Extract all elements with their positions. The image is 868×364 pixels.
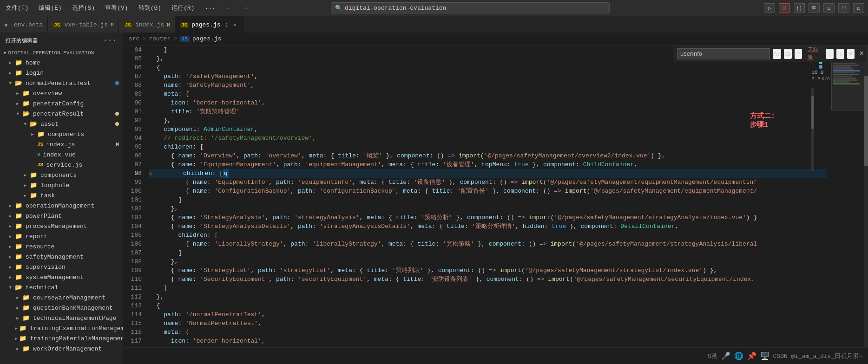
sidebar-item-technical[interactable]: ▶ 📂 technical (0, 282, 123, 292)
tab-vxe-table[interactable]: JS vxe-table.js M (48, 16, 118, 32)
ln-95: 95 (127, 143, 142, 151)
code-line-112: }, (149, 292, 827, 301)
sidebar-item-safetyManagement[interactable]: ▶ 📁 safetyManagement (0, 252, 123, 262)
arrow-systemManagement: ▶ (7, 275, 13, 280)
sidebar-item-components-sub[interactable]: ▶ 📁 components (0, 129, 123, 139)
tab-index-js[interactable]: JS index.js M (119, 16, 175, 32)
tab-pages-label: pages.js (191, 21, 220, 28)
code-line-116: meta: { (149, 328, 827, 337)
menu-select[interactable]: 选择(S) (70, 3, 97, 13)
folder-icon-asset: 📂 (30, 120, 37, 128)
sidebar-item-index-js[interactable]: ▶ JS index.js M (0, 139, 123, 150)
code-editor[interactable]: 84 85 86 87 88 89 90 91 92 93 94 95 96 9… (123, 46, 868, 347)
arrow-components-sub: ▶ (30, 132, 35, 137)
sidebar-item-workOrderManagement[interactable]: ▶ 📁 workOrderManagement (0, 344, 123, 354)
sidebar-item-systemManagement[interactable]: ▶ 📁 systemManagement (0, 272, 123, 282)
pin-icon[interactable]: 📌 (747, 351, 756, 361)
sidebar-options-button[interactable]: ··· (103, 36, 117, 45)
folder-icon-components-main: 📁 (30, 171, 37, 179)
sidebar-item-components-main[interactable]: ▶ 📁 components (0, 170, 123, 180)
code-line-89: meta: { (149, 90, 827, 98)
sidebar-item-operationManagement[interactable]: ▶ 📁 operationManagement (0, 201, 123, 211)
sidebar-item-processManagement[interactable]: ▶ 📁 processManagement (0, 221, 123, 231)
mic-icon[interactable]: 🎤 (721, 351, 730, 361)
maximize-button[interactable]: ◻ (853, 3, 864, 13)
menu-view[interactable]: 查看(V) (103, 3, 130, 13)
sidebar-item-penetratConfig[interactable]: ▶ 📁 penetratConfig (0, 98, 123, 109)
sidebar-item-trainingMaterialsManagement[interactable]: ▶ 📁 trainingMaterialsManagement (0, 333, 123, 344)
find-input[interactable] (677, 48, 770, 59)
sidebar-item-powerPlant[interactable]: ▶ 📁 powerPlant (0, 211, 123, 221)
minimap-viewport (831, 55, 868, 110)
sidebar-item-normalPenetratTest[interactable]: ▶ 📂 normalPenetratTest (0, 78, 123, 88)
sidebar-item-asset[interactable]: ▶ 📂 asset (0, 119, 123, 129)
sidebar-item-coursewareManagement[interactable]: ▶ 📁 coursewareManagement (0, 292, 123, 303)
toggle-button[interactable]: ⧉ (809, 3, 820, 13)
code-content[interactable]: ] }, { path: '/safetyManagement', name: (145, 46, 831, 347)
nav-forward-button[interactable]: → (240, 4, 251, 12)
ln-107: 107 (127, 248, 142, 257)
split-button[interactable]: ⟨⟩ (794, 3, 805, 13)
minimap-scrollbar-thumb[interactable] (864, 76, 868, 166)
folder-icon-powerPlant: 📁 (15, 212, 22, 220)
match-case-button[interactable]: Aa (773, 49, 781, 59)
breadcrumb-filename[interactable]: pages.js (192, 35, 221, 42)
restore-button[interactable]: □ (838, 3, 849, 13)
open-editors-label: 打开的编辑器 (6, 37, 38, 44)
regex-button[interactable]: .* (795, 49, 802, 59)
translate-icon[interactable]: 🌐 (734, 351, 743, 361)
main-area: 打开的编辑器 ··· ▶ DIGITAL-OPERATION-EVALUATIO… (0, 32, 868, 364)
menu-edit[interactable]: 编辑(E) (37, 3, 63, 13)
tab-pages-js[interactable]: JS pages.js 1 ✕ (175, 16, 243, 32)
sidebar-item-technicalManagementPage[interactable]: ▶ 📁 technicalManagementPage (0, 313, 123, 323)
sidebar-item-report[interactable]: ▶ 📁 report (0, 231, 123, 241)
breadcrumb-router[interactable]: router (149, 35, 171, 42)
folder-icon-technical: 📂 (15, 284, 22, 291)
breadcrumb-src[interactable]: src (129, 35, 139, 42)
menu-more[interactable]: ... (203, 3, 217, 13)
folder-icon-home: 📁 (15, 59, 22, 66)
ln-101: 101 (127, 195, 142, 204)
menu-run[interactable]: 运行(R) (170, 3, 196, 13)
history-button[interactable]: ⏱ (779, 3, 790, 13)
sidebar-item-penetratResult[interactable]: ▶ 📂 penetratResult (0, 109, 123, 119)
sidebar-item-login[interactable]: ▶ 📁 login (0, 68, 123, 78)
sidebar-item-overview[interactable]: ▶ 📁 overview (0, 88, 123, 98)
find-close-button[interactable]: × (859, 50, 864, 58)
code-line-101: ] (149, 195, 827, 204)
find-prev-button[interactable]: ↑ (826, 49, 834, 59)
collapse-arrow[interactable]: ▶ (2, 52, 7, 54)
code-line-99: { name: 'EquipmentInfo', path: 'equipmen… (149, 178, 827, 187)
sidebar-item-index-vue[interactable]: ▶ V index.vue (0, 150, 123, 160)
label-task: task (40, 192, 55, 199)
tab-env-beta[interactable]: ⚙ .env.beta (0, 16, 48, 32)
folder-icon-overview: 📁 (22, 90, 30, 97)
label-workOrderManagement: workOrderManagement (33, 345, 102, 352)
label-report: report (26, 233, 47, 240)
find-options-button[interactable]: ≡ (847, 49, 855, 59)
menu-file[interactable]: 文件(F) (4, 3, 30, 13)
address-bar[interactable]: 🔍 digital-operation-evaluation (331, 2, 610, 13)
sidebar-item-trainingExaminationManagement[interactable]: ▶ 📁 trainingExaminationManagement (0, 323, 123, 333)
debug-start-button[interactable]: ▷ (764, 3, 775, 13)
label-supervision: supervision (26, 264, 66, 271)
menu-goto[interactable]: 转到(G) (137, 3, 163, 13)
code-line-92: }, (149, 116, 827, 125)
match-word-button[interactable]: ab (784, 49, 792, 59)
tab-close-button[interactable]: ✕ (231, 21, 238, 29)
sidebar-item-service-js[interactable]: ▶ JS service.js (0, 160, 123, 170)
code-line-90: icon: 'border-horizontal', (149, 98, 827, 107)
label-questionBankManagement: questionBankManagement (33, 305, 113, 312)
nav-back-button[interactable]: ← (223, 4, 234, 12)
sidebar-item-loophole[interactable]: ▶ 📁 loophole (0, 180, 123, 190)
sidebar-item-home[interactable]: ▶ 📁 home (0, 58, 123, 68)
arrow-login: ▶ (7, 71, 13, 76)
sidebar-item-supervision[interactable]: ▶ 📁 supervision (0, 262, 123, 272)
sidebar-item-task[interactable]: ▶ 📁 task (0, 190, 123, 201)
find-next-button[interactable]: ↓ (836, 49, 844, 59)
monitor-icon[interactable]: 🖥️ (760, 351, 769, 361)
arrow-coursewareManagement: ▶ (15, 295, 20, 300)
sidebar-item-questionBankManagement[interactable]: ▶ 📁 questionBankManagement (0, 303, 123, 313)
close-panel-button[interactable]: ⊟ (823, 3, 835, 13)
sidebar-item-resource[interactable]: ▶ 📁 resource (0, 241, 123, 252)
